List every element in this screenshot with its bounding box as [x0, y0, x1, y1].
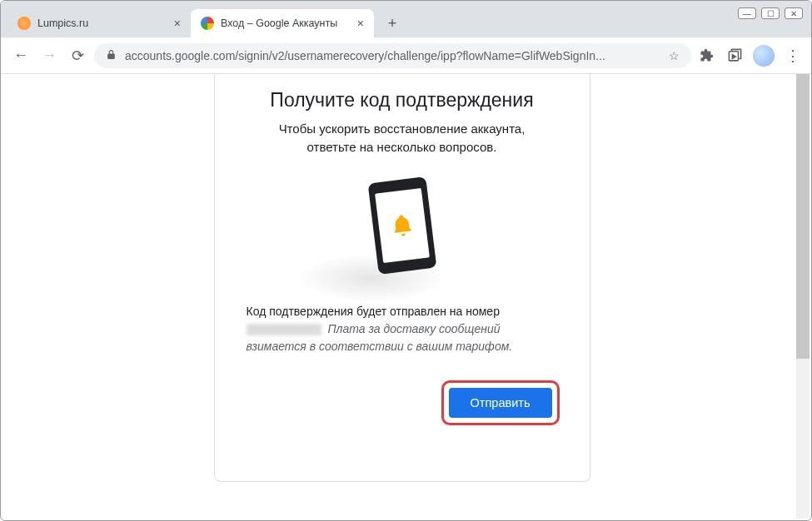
highlight-annotation: Отправить: [441, 380, 560, 425]
media-icon[interactable]: [725, 46, 745, 66]
minimize-button[interactable]: —: [738, 7, 756, 19]
forward-button[interactable]: →: [37, 44, 61, 67]
lock-icon: [106, 49, 117, 62]
browser-window: — ☐ ✕ Lumpics.ru × Вход – Google Аккаунт…: [0, 0, 812, 521]
url-text: accounts.google.com/signin/v2/usernamere…: [125, 49, 660, 62]
maximize-button[interactable]: ☐: [761, 7, 780, 19]
favicon-icon: [201, 17, 214, 30]
url-field[interactable]: accounts.google.com/signin/v2/usernamere…: [94, 43, 691, 68]
card-actions: Отправить: [245, 380, 560, 425]
menu-button[interactable]: ⋮: [783, 46, 803, 66]
close-tab-icon[interactable]: ×: [357, 17, 364, 30]
close-window-button[interactable]: ✕: [785, 7, 803, 19]
close-tab-icon[interactable]: ×: [174, 17, 181, 30]
phone-illustration: [245, 180, 560, 288]
card-heading: Получите код подтверждения: [245, 89, 560, 112]
tab-lumpics[interactable]: Lumpics.ru ×: [7, 9, 191, 37]
verification-card: Получите код подтверждения Чтобы ускорит…: [214, 74, 590, 482]
window-controls: — ☐ ✕: [738, 7, 803, 19]
back-button[interactable]: ←: [9, 44, 32, 67]
new-tab-button[interactable]: +: [381, 12, 404, 35]
extensions-icon[interactable]: [696, 46, 716, 66]
tab-title: Вход – Google Аккаунты: [221, 17, 351, 29]
card-subtitle: Чтобы ускорить восстановление аккаунта, …: [245, 120, 560, 156]
reload-button[interactable]: ⟳: [66, 44, 89, 67]
phone-screen: [375, 187, 430, 262]
toolbar-icons: ⋮: [696, 45, 803, 67]
tab-strip: Lumpics.ru × Вход – Google Аккаунты × +: [1, 1, 811, 37]
profile-avatar[interactable]: [753, 45, 775, 67]
description-text: Код подтверждения будет отправлен на ном…: [247, 303, 558, 355]
tab-title: Lumpics.ru: [37, 17, 167, 29]
phone-icon: [367, 176, 436, 275]
address-bar: ← → ⟳ accounts.google.com/signin/v2/user…: [1, 37, 811, 74]
bell-icon: [388, 211, 416, 239]
page-viewport: Получите код подтверждения Чтобы ускорит…: [1, 74, 811, 520]
star-icon[interactable]: ☆: [669, 49, 680, 62]
tab-google-accounts[interactable]: Вход – Google Аккаунты ×: [191, 9, 374, 37]
send-button[interactable]: Отправить: [449, 388, 552, 418]
favicon-icon: [17, 17, 31, 30]
masked-phone-number: [247, 324, 321, 335]
